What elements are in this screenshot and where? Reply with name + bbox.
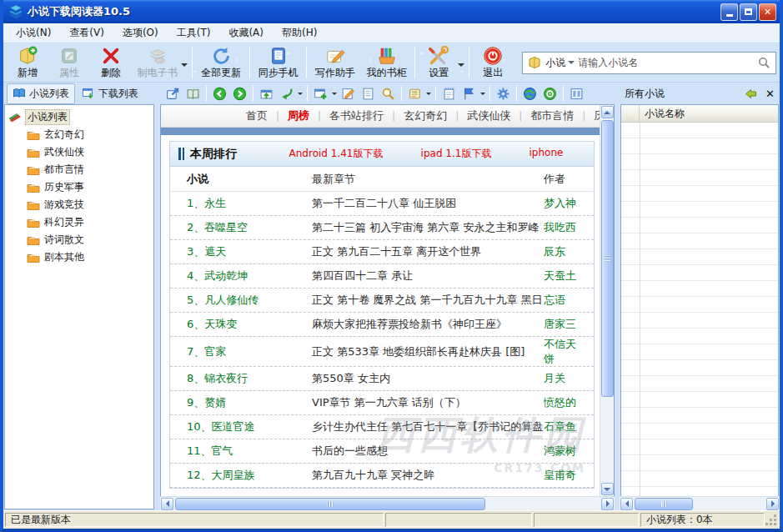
close-button[interactable]: ✕ [759, 3, 776, 21]
author-link[interactable]: 辰东 [544, 244, 589, 259]
dropdown-arrow-icon[interactable] [426, 93, 431, 98]
latest-chapter-link[interactable]: 第二十三篇 初入宇宙海 第六章 安永之主和罗峰 [312, 220, 544, 235]
author-link[interactable]: 石章鱼 [544, 419, 589, 434]
delete-button[interactable]: 删除 [90, 44, 132, 81]
author-link[interactable]: 我吃西 [544, 220, 589, 235]
tree-item[interactable]: 都市言情 [7, 161, 152, 178]
properties-button[interactable]: 属性 [48, 44, 90, 81]
document-icon[interactable] [359, 85, 378, 103]
flag-icon[interactable] [459, 85, 479, 103]
content-horizontal-scrollbar[interactable] [160, 496, 615, 510]
make-ebook-button[interactable]: 制电子书 [132, 44, 183, 81]
novel-link[interactable]: 凡人修仙传 [204, 294, 258, 306]
tab-novel-list[interactable]: 小说列表 [7, 83, 75, 104]
author-link[interactable]: 月关 [544, 371, 589, 386]
writing-assistant-button[interactable]: 写作助手 [309, 44, 360, 81]
search-input[interactable] [578, 57, 757, 68]
dropdown-arrow-icon[interactable] [332, 93, 337, 98]
latest-chapter-link[interactable]: 正文 第十卷 魔界之战 第一千九百九十九章 黑日 [312, 293, 544, 308]
ipad-download-link[interactable]: ipad 1.1版下载 [421, 147, 492, 161]
scroll-right-button[interactable] [766, 498, 779, 510]
menu-item[interactable]: 小说(N) [7, 23, 60, 43]
nav-tab[interactable]: 玄幻奇幻 [395, 108, 455, 123]
panel-close-icon[interactable]: ✕ [765, 88, 775, 100]
scroll-right-button[interactable] [601, 498, 614, 510]
iphone-download-link[interactable]: iphone [530, 147, 564, 161]
dropdown-arrow-icon[interactable] [298, 93, 303, 98]
update-all-button[interactable]: 全部更新 [195, 44, 246, 81]
menu-item[interactable]: 工具(T) [168, 23, 220, 43]
author-link[interactable]: 忘语 [544, 293, 589, 308]
back-icon[interactable] [210, 85, 229, 103]
maximize-button[interactable] [740, 3, 757, 21]
minimize-button[interactable] [720, 3, 738, 21]
novel-link[interactable]: 吞噬星空 [204, 221, 248, 233]
tree-item[interactable]: 诗词散文 [7, 231, 152, 248]
novel-link[interactable]: 官气 [212, 444, 233, 457]
notepad-icon[interactable] [439, 85, 459, 103]
layout-columns-icon[interactable] [567, 85, 586, 103]
author-link[interactable]: 皇甫奇 [544, 468, 589, 483]
back-arrow-icon[interactable] [745, 88, 757, 99]
novel-link[interactable]: 永生 [204, 197, 226, 209]
novel-link[interactable]: 赘婿 [204, 396, 226, 409]
upload-window-icon[interactable] [257, 85, 276, 103]
menu-item[interactable]: 收藏(A) [219, 23, 273, 43]
author-link[interactable]: 唐家三 [544, 317, 589, 332]
magnifier-icon[interactable] [757, 56, 770, 69]
author-link[interactable]: 梦入神 [544, 196, 589, 211]
novel-link[interactable]: 锦衣夜行 [204, 372, 248, 384]
tree-item[interactable]: 历史军事 [7, 178, 152, 196]
latest-chapter-link[interactable]: 乡计生办代主任 第七百七十一章【乔书记的算盘】（中） [312, 419, 544, 434]
latest-chapter-link[interactable]: 第一千二百二十八章 仙王脱困 [312, 196, 544, 211]
latest-chapter-link[interactable]: 麻烦大家把推荐票投给新书《神印王座》 [312, 317, 544, 332]
horizontal-scroll-thumb[interactable] [175, 498, 485, 510]
novel-link[interactable]: 大周皇族 [212, 469, 255, 481]
novel-link[interactable]: 官家 [204, 345, 226, 358]
book-icon[interactable] [183, 85, 203, 103]
settings-button[interactable]: 设置 [418, 44, 459, 81]
settings-dropdown-icon[interactable] [458, 63, 464, 70]
scroll-down-button[interactable] [601, 483, 614, 495]
search-category[interactable]: 小说 [545, 56, 565, 70]
latest-chapter-link[interactable]: 第550章 女主内 [312, 371, 544, 386]
import-arrow-icon[interactable] [277, 85, 296, 103]
tree-item[interactable]: 玄幻奇幻 [7, 126, 152, 143]
scroll-up-button[interactable] [601, 106, 614, 118]
sync-phone-button[interactable]: 同步手机 [253, 44, 304, 81]
globe-icon[interactable] [520, 85, 540, 103]
scroll-left-button[interactable] [161, 498, 173, 510]
latest-chapter-link[interactable]: 第四百四十二章 承让 [312, 269, 544, 284]
nav-tab[interactable]: 各书站排行 [321, 108, 392, 123]
latest-chapter-link[interactable]: 正文 第九百二十五章 离开这个世界 [312, 244, 544, 259]
search-page-icon[interactable] [379, 85, 398, 103]
tree-item[interactable]: 科幻灵异 [7, 213, 152, 231]
menu-item[interactable]: 帮助(H) [273, 23, 326, 43]
tree-item[interactable]: 游戏竞技 [7, 196, 152, 213]
latest-chapter-link[interactable]: 书后的一些感想 [312, 444, 544, 459]
edit-note-icon[interactable] [339, 85, 358, 103]
latest-chapter-link[interactable]: 第九百九十九章 冥神之眸 [312, 468, 544, 483]
author-link[interactable]: 鸿蒙树 [544, 444, 589, 459]
latest-chapter-link[interactable]: 正文 第533章 地委组织部长再赴林庆县 [图] [312, 344, 544, 359]
ebook-dropdown-icon[interactable] [181, 63, 188, 70]
nav-tab[interactable]: 周榜 [279, 108, 318, 123]
tree-item[interactable]: 武侠仙侠 [7, 143, 152, 161]
novel-link[interactable]: 武动乾坤 [204, 269, 248, 282]
dropdown-arrow-icon[interactable] [480, 93, 485, 98]
menu-item[interactable]: 查看(V) [60, 23, 113, 43]
author-link[interactable]: 天蚕土 [544, 269, 589, 284]
forward-icon[interactable] [230, 85, 249, 103]
nav-tab[interactable]: 武侠仙侠 [459, 108, 519, 123]
nav-tab[interactable]: 首页 [238, 108, 276, 123]
tree-item[interactable]: 剧本其他 [7, 248, 152, 266]
novel-link[interactable]: 医道官途 [212, 420, 255, 433]
right-panel-horizontal-scrollbar[interactable] [620, 496, 780, 510]
tab-download-list[interactable]: 下载列表 [77, 84, 143, 103]
resize-grip[interactable] [766, 513, 778, 527]
menu-item[interactable]: 选项(O) [113, 23, 168, 43]
author-link[interactable]: 不信天 饼 [544, 337, 589, 366]
external-window-icon[interactable] [163, 85, 183, 103]
add-window-icon[interactable] [311, 85, 330, 103]
media-disc-icon[interactable] [540, 85, 560, 103]
